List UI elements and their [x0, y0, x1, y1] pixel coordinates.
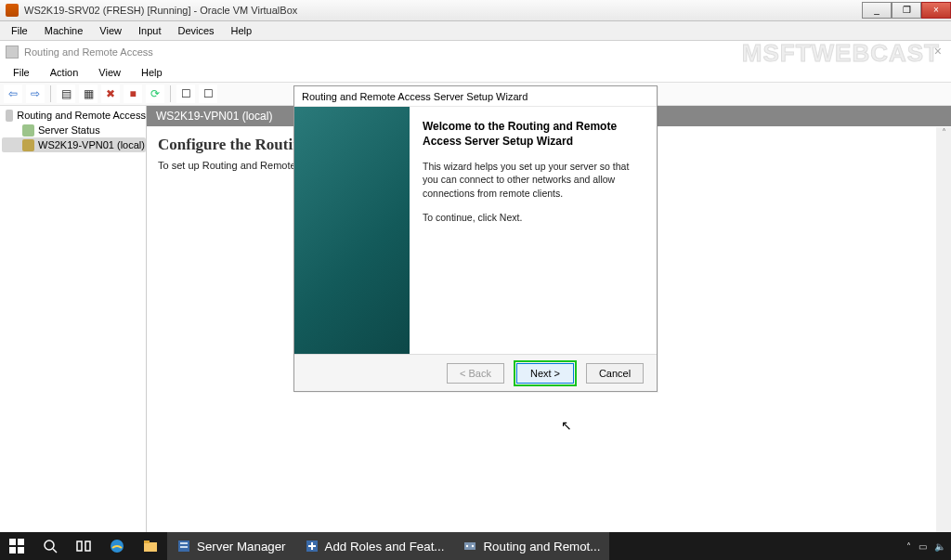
wizard-paragraph-1: This wizard helps you set up your server…	[423, 160, 642, 200]
server-status-icon	[22, 124, 34, 137]
toolbar-sep2	[170, 85, 171, 102]
taskbar-spacer	[609, 532, 901, 560]
guest-desktop: Routing and Remote Access MSFTWEBCAST × …	[0, 41, 951, 532]
taskbar-rras-label: Routing and Remot...	[483, 540, 600, 553]
svg-rect-7	[85, 541, 90, 551]
mmc-app-icon	[6, 46, 19, 59]
rras-icon	[462, 539, 477, 553]
virtualbox-titlebar: WS2K19-SRV02 (FRESH) [Running] - Oracle …	[0, 0, 951, 21]
taskbar-add-roles[interactable]: Add Roles and Feat...	[295, 532, 454, 560]
mmc-menu-file[interactable]: File	[4, 65, 39, 80]
svg-rect-17	[464, 542, 476, 550]
vbox-minimize-button[interactable]: _	[862, 2, 892, 19]
vbox-menu-help[interactable]: Help	[224, 23, 260, 38]
svg-rect-3	[18, 547, 24, 553]
wizard-title-text: Routing and Remote Access Server Setup W…	[302, 91, 528, 102]
toolbar-refresh-icon[interactable]: ⟳	[146, 85, 164, 103]
windows-taskbar: Server Manager Add Roles and Feat... Rou…	[0, 532, 951, 560]
taskbar-server-manager[interactable]: Server Manager	[167, 532, 295, 560]
wizard-footer: < Back Next > Cancel	[294, 354, 657, 391]
toolbar-forward-icon[interactable]: ⇨	[26, 85, 45, 103]
mmc-titlebar: Routing and Remote Access MSFTWEBCAST ×	[0, 41, 951, 63]
toolbar-stop-icon[interactable]: ■	[124, 85, 142, 103]
tray-network-icon[interactable]: ▭	[918, 541, 927, 552]
toolbar-delete-icon[interactable]: ✖	[101, 85, 120, 103]
wizard-paragraph-2: To continue, click Next.	[423, 211, 642, 224]
search-icon	[43, 539, 58, 553]
taskbar-explorer-button[interactable]	[134, 532, 167, 560]
mmc-close-icon[interactable]: ×	[934, 44, 942, 59]
mmc-tree: Routing and Remote Access Server Status …	[0, 106, 147, 532]
toolbar-back-icon[interactable]: ⇦	[4, 85, 22, 103]
server-node-icon	[22, 139, 34, 151]
svg-rect-2	[9, 547, 16, 553]
start-button[interactable]	[0, 532, 33, 560]
vbox-menu-devices[interactable]: Devices	[170, 23, 221, 38]
vbox-menu-view[interactable]: View	[92, 23, 129, 38]
taskbar-add-roles-label: Add Roles and Feat...	[325, 540, 445, 553]
tree-root-label: Routing and Remote Access	[17, 110, 146, 121]
mmc-app-title: Routing and Remote Access	[24, 46, 153, 58]
wizard-next-highlight: Next >	[514, 360, 577, 386]
taskbar-server-manager-label: Server Manager	[197, 540, 286, 553]
vbox-title-text: WS2K19-SRV02 (FRESH) [Running] - Oracle …	[24, 5, 297, 16]
taskbar-ie-button[interactable]	[100, 532, 134, 560]
windows-logo-icon	[9, 539, 24, 553]
wizard-back-button: < Back	[447, 363, 504, 384]
vbox-window-buttons: _ ❐ ×	[862, 2, 951, 19]
wizard-cancel-button[interactable]: Cancel	[586, 363, 644, 384]
tree-status-label: Server Status	[38, 124, 100, 136]
toolbar-show-hide-icon[interactable]: ▤	[57, 85, 75, 103]
svg-rect-10	[144, 540, 150, 543]
toolbar-extra-icon[interactable]: ☐	[199, 85, 217, 103]
task-view-button[interactable]	[67, 532, 100, 560]
svg-rect-13	[180, 546, 188, 548]
content-scrollbar[interactable]: ˄	[936, 127, 951, 532]
svg-point-4	[45, 540, 54, 550]
vbox-menu-file[interactable]: File	[4, 23, 35, 38]
svg-point-19	[472, 545, 474, 547]
svg-line-5	[53, 549, 57, 553]
tree-server-node[interactable]: WS2K19-VPN01 (local)	[2, 137, 146, 152]
setup-wizard-dialog: Routing and Remote Access Server Setup W…	[293, 85, 658, 392]
svg-rect-6	[77, 541, 82, 551]
svg-rect-12	[180, 542, 188, 544]
toolbar-sep	[50, 85, 51, 102]
svg-rect-9	[144, 542, 157, 552]
svg-rect-1	[18, 539, 24, 545]
taskbar-search-button[interactable]	[33, 532, 67, 560]
svg-point-18	[466, 545, 468, 547]
wizard-heading: Welcome to the Routing and Remote Access…	[423, 120, 642, 149]
mmc-menu-action[interactable]: Action	[41, 65, 88, 80]
wizard-titlebar[interactable]: Routing and Remote Access Server Setup W…	[294, 86, 657, 107]
add-roles-icon	[305, 539, 319, 553]
toolbar-properties-icon[interactable]: ▦	[79, 85, 98, 103]
system-tray[interactable]: ˄ ▭ 🔈	[901, 532, 951, 560]
wizard-next-button[interactable]: Next >	[516, 363, 574, 384]
vbox-close-button[interactable]: ×	[921, 2, 951, 19]
mmc-menu-help[interactable]: Help	[132, 65, 172, 80]
svg-rect-0	[9, 539, 16, 545]
wizard-side-graphic	[294, 107, 410, 354]
internet-explorer-icon	[110, 539, 124, 553]
tree-root-icon	[6, 110, 13, 122]
virtualbox-menubar: File Machine View Input Devices Help	[0, 21, 951, 41]
server-manager-icon	[176, 539, 191, 553]
scroll-up-icon[interactable]: ˄	[936, 127, 951, 137]
task-view-icon	[76, 539, 91, 553]
tree-server-status[interactable]: Server Status	[2, 123, 146, 137]
tree-server-label: WS2K19-VPN01 (local)	[38, 139, 145, 150]
watermark-text: MSFTWEBCAST	[742, 39, 940, 68]
vbox-menu-machine[interactable]: Machine	[37, 23, 91, 38]
taskbar-rras[interactable]: Routing and Remot...	[453, 532, 609, 560]
content-header-text: WS2K19-VPN01 (local)	[156, 110, 272, 123]
tray-sound-icon[interactable]: 🔈	[934, 541, 945, 552]
file-explorer-icon	[143, 539, 158, 553]
mmc-menu-view[interactable]: View	[89, 65, 130, 80]
vbox-menu-input[interactable]: Input	[131, 23, 168, 38]
tree-root[interactable]: Routing and Remote Access	[2, 108, 146, 123]
vbox-maximize-button[interactable]: ❐	[892, 2, 921, 19]
toolbar-help-icon[interactable]: ☐	[176, 85, 195, 103]
tray-up-icon[interactable]: ˄	[906, 541, 911, 552]
virtualbox-icon	[6, 4, 19, 17]
